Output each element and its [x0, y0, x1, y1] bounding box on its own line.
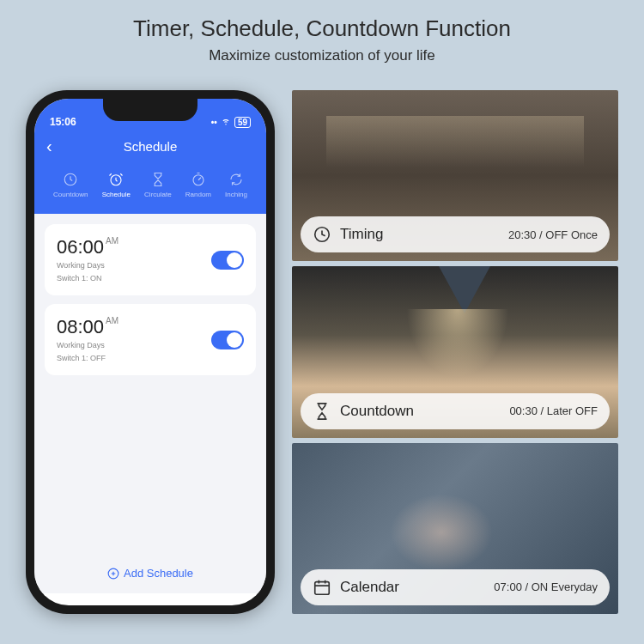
panel-countdown: Countdown 00:30 / Later OFF: [292, 266, 618, 437]
add-schedule-label: Add Schedule: [124, 567, 193, 580]
wifi-icon: [221, 116, 231, 128]
panel-value: 20:30 / OFF Once: [508, 228, 598, 241]
signal-icon: ••: [211, 118, 217, 127]
phone-mockup: 15:06 •• 59 ‹ Schedule: [26, 90, 275, 614]
tab-schedule[interactable]: Schedule: [102, 172, 131, 198]
page-subtitle: Maximize customization of your life: [0, 47, 644, 64]
panel-label: Countdown: [340, 403, 501, 420]
svg-rect-5: [315, 582, 330, 595]
tab-label: Schedule: [102, 191, 131, 198]
panel-value: 07:00 / ON Everyday: [494, 580, 598, 593]
toggle-switch[interactable]: [211, 331, 244, 349]
app-header: ‹ Schedule Countdown Schedule: [34, 130, 266, 214]
tab-inching[interactable]: Inching: [225, 172, 247, 198]
tab-label: Inching: [225, 191, 247, 198]
hourglass-icon: [150, 172, 166, 187]
plus-circle-icon: [107, 568, 119, 580]
header-title: Schedule: [46, 139, 254, 154]
timer-icon: [191, 172, 206, 187]
calendar-icon: [313, 578, 331, 597]
add-schedule-button[interactable]: Add Schedule: [34, 567, 266, 580]
panel-label: Calendar: [340, 579, 485, 596]
status-time: 15:06: [50, 116, 76, 128]
tab-label: Circulate: [144, 191, 172, 198]
schedule-item[interactable]: 06:00AM Working Days Switch 1: ON: [45, 224, 256, 295]
schedule-switch: Switch 1: OFF: [57, 353, 118, 364]
clock-icon: [313, 225, 331, 244]
schedule-list: 06:00AM Working Days Switch 1: ON 08:00A…: [34, 214, 266, 593]
panel-value: 00:30 / Later OFF: [509, 404, 598, 417]
panel-timing: Timing 20:30 / OFF Once: [292, 90, 618, 261]
page-title: Timer, Schedule, Countdown Function: [0, 15, 644, 42]
panel-label: Timing: [340, 226, 500, 243]
toggle-switch[interactable]: [211, 251, 244, 270]
tab-countdown[interactable]: Countdown: [53, 172, 88, 198]
schedule-days: Working Days: [57, 340, 118, 351]
panel-calendar: Calendar 07:00 / ON Everyday: [292, 443, 618, 614]
schedule-days: Working Days: [57, 260, 118, 271]
clock-icon: [63, 172, 78, 187]
alarm-icon: [108, 172, 124, 187]
tab-label: Random: [185, 191, 211, 198]
tab-label: Countdown: [53, 191, 88, 198]
battery-icon: 59: [234, 117, 251, 128]
schedule-item[interactable]: 08:00AM Working Days Switch 1: OFF: [45, 304, 256, 375]
schedule-time: 08:00AM: [57, 316, 118, 338]
schedule-time: 06:00AM: [57, 236, 118, 258]
hourglass-icon: [313, 402, 331, 421]
tab-random[interactable]: Random: [185, 172, 211, 198]
cycle-icon: [228, 172, 244, 187]
phone-notch: [103, 99, 197, 121]
schedule-switch: Switch 1: ON: [57, 273, 118, 284]
tab-circulate[interactable]: Circulate: [144, 172, 172, 198]
